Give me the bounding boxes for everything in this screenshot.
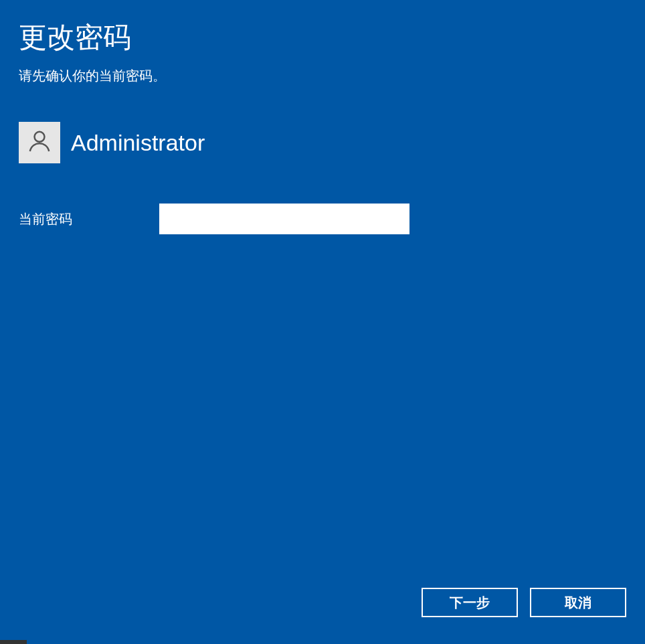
user-info-row: Administrator bbox=[19, 122, 626, 163]
page-title: 更改密码 bbox=[19, 19, 626, 56]
current-password-row: 当前密码 bbox=[19, 204, 626, 234]
current-password-input[interactable] bbox=[159, 204, 409, 234]
bottom-edge-artifact bbox=[0, 640, 27, 644]
user-avatar bbox=[19, 122, 60, 163]
user-icon bbox=[26, 128, 53, 157]
svg-point-0 bbox=[35, 132, 45, 142]
current-password-label: 当前密码 bbox=[19, 210, 159, 228]
button-row: 下一步 取消 bbox=[422, 588, 626, 617]
cancel-button[interactable]: 取消 bbox=[530, 588, 626, 617]
page-subtitle: 请先确认你的当前密码。 bbox=[19, 67, 626, 85]
next-button[interactable]: 下一步 bbox=[422, 588, 518, 617]
username-label: Administrator bbox=[71, 130, 205, 156]
